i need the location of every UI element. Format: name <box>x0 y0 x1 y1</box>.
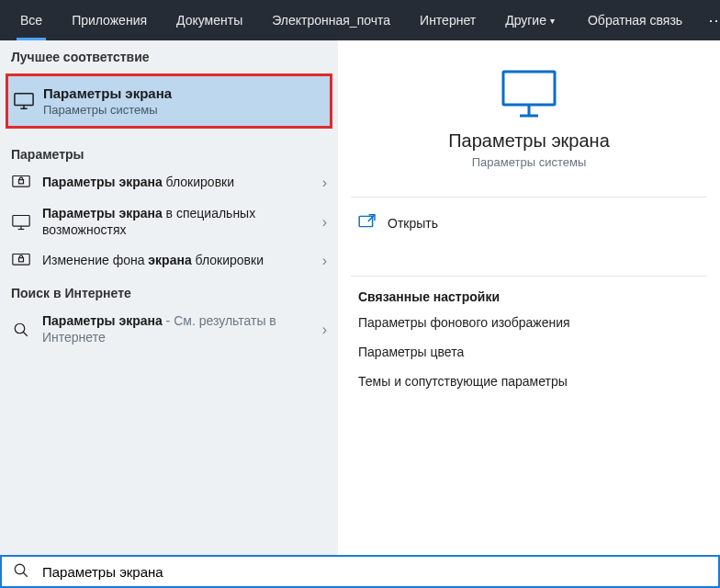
related-link-1[interactable]: Параметры цвета <box>358 345 700 359</box>
open-action[interactable]: Открыть <box>338 198 720 248</box>
feedback-link[interactable]: Обратная связь <box>575 0 695 40</box>
svg-line-18 <box>23 572 28 577</box>
section-web: Поиск в Интернете <box>0 277 338 306</box>
svg-rect-15 <box>359 216 372 226</box>
monitor-icon <box>14 92 34 110</box>
search-bar[interactable] <box>0 555 720 588</box>
tab-email[interactable]: Электронная_почта <box>259 0 403 40</box>
monitor-icon <box>11 214 31 231</box>
chevron-right-icon: › <box>322 175 327 191</box>
more-icon[interactable]: ⋯ <box>699 10 720 30</box>
svg-point-17 <box>15 564 25 574</box>
settings-result-1-label: Параметры экрана в специальных возможнос… <box>42 206 311 238</box>
settings-result-2-label: Изменение фона экрана блокировки <box>42 253 311 269</box>
results-panel: Лучшее соответствие Параметры экрана Пар… <box>0 40 338 555</box>
details-subtitle: Параметры системы <box>338 155 720 169</box>
related-link-2[interactable]: Темы и сопутствующие параметры <box>358 374 700 389</box>
settings-result-0-label: Параметры экрана блокировки <box>42 175 311 191</box>
tab-all[interactable]: Все <box>7 0 55 40</box>
open-icon <box>358 214 377 232</box>
settings-result-0[interactable]: Параметры экрана блокировки › <box>0 167 338 198</box>
svg-rect-4 <box>19 180 24 184</box>
lockscreen-icon <box>11 253 31 269</box>
tab-other[interactable]: Другие ▾ <box>492 0 568 40</box>
chevron-right-icon: › <box>322 253 327 269</box>
tab-apps[interactable]: Приложения <box>59 0 160 40</box>
search-input[interactable] <box>42 564 707 580</box>
details-monitor-icon <box>338 68 720 119</box>
search-icon <box>11 322 31 338</box>
search-icon <box>13 562 29 582</box>
best-match-title: Параметры экрана <box>43 85 172 101</box>
search-tabbar: Все Приложения Документы Электронная_поч… <box>0 0 720 40</box>
open-label: Открыть <box>388 216 438 231</box>
tab-documents[interactable]: Документы <box>163 0 255 40</box>
settings-result-2[interactable]: Изменение фона экрана блокировки › <box>0 245 338 277</box>
section-best-match: Лучшее соответствие <box>0 40 338 70</box>
tab-internet[interactable]: Интернет <box>407 0 489 40</box>
svg-rect-5 <box>13 215 29 226</box>
chevron-down-icon: ▾ <box>550 16 555 26</box>
chevron-right-icon: › <box>322 322 327 338</box>
related-link-0[interactable]: Параметры фонового изображения <box>358 315 700 330</box>
section-settings: Параметры <box>0 138 338 167</box>
chevron-right-icon: › <box>322 214 327 231</box>
svg-rect-9 <box>19 258 24 262</box>
best-match-item[interactable]: Параметры экрана Параметры системы <box>6 74 332 129</box>
svg-point-10 <box>15 323 25 334</box>
web-result-0[interactable]: Параметры экрана - См. результаты в Инте… <box>0 306 338 353</box>
svg-rect-12 <box>503 72 555 105</box>
tab-other-label: Другие <box>505 13 546 28</box>
best-match-subtitle: Параметры системы <box>43 103 172 117</box>
settings-result-1[interactable]: Параметры экрана в специальных возможнос… <box>0 198 338 245</box>
svg-rect-0 <box>15 94 33 106</box>
lockscreen-icon <box>11 175 31 191</box>
details-panel: Параметры экрана Параметры системы Откры… <box>338 40 720 555</box>
details-title: Параметры экрана <box>338 130 720 152</box>
related-heading: Связанные настройки <box>358 289 700 304</box>
web-result-0-label: Параметры экрана - См. результаты в Инте… <box>42 313 311 345</box>
svg-line-11 <box>23 332 28 336</box>
